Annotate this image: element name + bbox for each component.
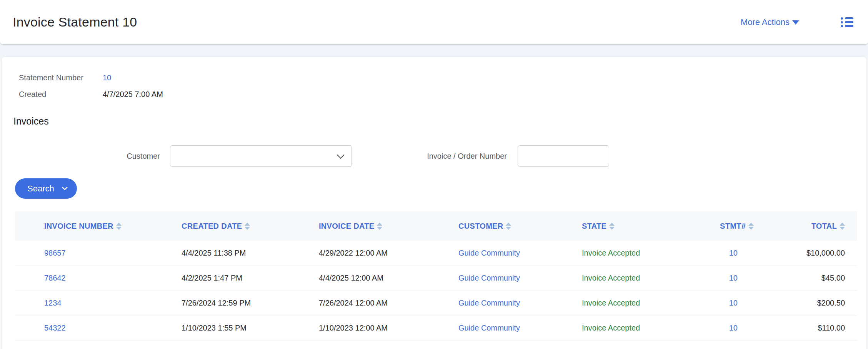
more-actions-button[interactable]: More Actions bbox=[741, 17, 799, 27]
list-icon-row bbox=[841, 25, 853, 27]
statement-number-row: Statement Number 10 bbox=[19, 73, 866, 82]
caret-down-icon bbox=[792, 20, 799, 25]
customer-select[interactable] bbox=[170, 145, 352, 167]
statement-details: Statement Number 10 Created 4/7/2025 7:0… bbox=[19, 73, 866, 99]
column-label: STATE bbox=[582, 222, 606, 231]
invoice-date-cell: 1/10/2023 12:00 AM bbox=[319, 316, 458, 341]
invoice-number-link[interactable]: 1234 bbox=[44, 299, 62, 307]
customer-link[interactable]: Guide Community bbox=[458, 274, 520, 282]
column-header-invoice-number[interactable]: INVOICE NUMBER bbox=[15, 211, 182, 241]
column-header-stmt[interactable]: STMT# bbox=[720, 211, 760, 241]
column-label: INVOICE NUMBER bbox=[44, 222, 113, 231]
state-badge: Invoice Accepted bbox=[582, 249, 640, 257]
invoices-heading: Invoices bbox=[13, 116, 866, 127]
column-header-customer[interactable]: CUSTOMER bbox=[458, 211, 582, 241]
invoice-number-link[interactable]: 78642 bbox=[44, 274, 66, 282]
sort-icon bbox=[245, 223, 250, 230]
stmt-link[interactable]: 10 bbox=[729, 324, 738, 332]
stmt-link[interactable]: 10 bbox=[729, 299, 738, 307]
sort-icon bbox=[377, 223, 382, 230]
created-date-cell: 7/26/2024 12:59 PM bbox=[182, 291, 319, 316]
search-button[interactable]: Search bbox=[15, 178, 77, 199]
list-icon-row bbox=[841, 21, 853, 23]
customer-link[interactable]: Guide Community bbox=[458, 249, 520, 257]
topbar-actions: More Actions bbox=[741, 17, 853, 27]
total-cell: $110.00 bbox=[760, 316, 857, 341]
state-badge: Invoice Accepted bbox=[582, 299, 640, 307]
statement-number-link[interactable]: 10 bbox=[103, 73, 111, 82]
total-cell: $45.00 bbox=[760, 266, 857, 291]
invoice-date-cell: 4/4/2025 12:00 AM bbox=[319, 266, 458, 291]
stmt-link[interactable]: 10 bbox=[729, 274, 738, 282]
column-label: CUSTOMER bbox=[458, 222, 503, 231]
sort-icon bbox=[840, 223, 845, 230]
column-label: CREATED DATE bbox=[182, 222, 242, 231]
chevron-down-icon bbox=[337, 151, 345, 159]
list-icon-row bbox=[841, 17, 853, 20]
invoice-order-number-input[interactable] bbox=[518, 145, 609, 167]
table-header-row: INVOICE NUMBER CREATED DATE INVOICE DATE… bbox=[15, 211, 857, 241]
statement-number-label: Statement Number bbox=[19, 73, 103, 82]
table-row: 98657 4/4/2025 11:38 PM 4/29/2022 12:00 … bbox=[15, 241, 857, 266]
invoice-number-link[interactable]: 98657 bbox=[44, 249, 66, 257]
created-label: Created bbox=[19, 90, 103, 99]
column-label: INVOICE DATE bbox=[319, 222, 374, 231]
invoice-number-link[interactable]: 54322 bbox=[44, 324, 66, 332]
created-row: Created 4/7/2025 7:00 AM bbox=[19, 90, 866, 99]
customer-link[interactable]: Guide Community bbox=[458, 324, 520, 332]
total-cell: $200.50 bbox=[760, 291, 857, 316]
table-row: 1234 7/26/2024 12:59 PM 7/26/2024 12:00 … bbox=[15, 291, 857, 316]
bulleted-list-icon[interactable] bbox=[841, 17, 853, 27]
more-actions-label: More Actions bbox=[741, 17, 790, 27]
stmt-link[interactable]: 10 bbox=[729, 249, 738, 257]
chevron-down-icon bbox=[62, 184, 68, 191]
sort-icon bbox=[506, 223, 511, 230]
page-title: Invoice Statement 10 bbox=[13, 15, 137, 30]
invoice-date-cell: 4/29/2022 12:00 AM bbox=[319, 241, 458, 266]
table-row: 54322 1/10/2023 1:55 PM 1/10/2023 12:00 … bbox=[15, 316, 857, 341]
invoices-table: INVOICE NUMBER CREATED DATE INVOICE DATE… bbox=[15, 211, 857, 341]
created-date-cell: 4/4/2025 11:38 PM bbox=[182, 241, 319, 266]
created-value: 4/7/2025 7:00 AM bbox=[103, 90, 163, 99]
invoice-order-number-label: Invoice / Order Number bbox=[348, 145, 507, 167]
column-label: STMT# bbox=[720, 222, 746, 231]
sort-icon bbox=[609, 223, 615, 230]
customer-label: Customer bbox=[2, 145, 160, 167]
column-label: TOTAL bbox=[811, 222, 837, 231]
column-header-invoice-date[interactable]: INVOICE DATE bbox=[319, 211, 458, 241]
sort-icon bbox=[116, 223, 122, 230]
total-cell: $10,000.00 bbox=[760, 241, 857, 266]
invoice-filters: Customer Invoice / Order Number bbox=[2, 145, 866, 167]
statement-card: Statement Number 10 Created 4/7/2025 7:0… bbox=[1, 57, 867, 349]
column-header-created-date[interactable]: CREATED DATE bbox=[182, 211, 319, 241]
state-badge: Invoice Accepted bbox=[582, 324, 640, 332]
column-header-total[interactable]: TOTAL bbox=[760, 211, 857, 241]
column-header-state[interactable]: STATE bbox=[582, 211, 720, 241]
state-badge: Invoice Accepted bbox=[582, 274, 640, 282]
top-bar: Invoice Statement 10 More Actions bbox=[0, 0, 868, 45]
table-row: 78642 4/2/2025 1:47 PM 4/4/2025 12:00 AM… bbox=[15, 266, 857, 291]
created-date-cell: 1/10/2023 1:55 PM bbox=[182, 316, 319, 341]
created-date-cell: 4/2/2025 1:47 PM bbox=[182, 266, 319, 291]
invoice-date-cell: 7/26/2024 12:00 AM bbox=[319, 291, 458, 316]
search-button-label: Search bbox=[27, 184, 54, 194]
sort-icon bbox=[748, 223, 754, 230]
customer-link[interactable]: Guide Community bbox=[458, 299, 520, 307]
